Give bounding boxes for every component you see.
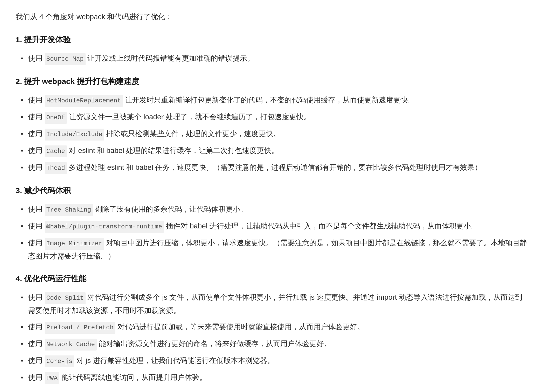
list-item: 使用 HotModuleReplacement 让开发时只重新编译打包更新变化了…: [21, 94, 527, 107]
bullet-text: 使用 Core-js 对 js 进行兼容性处理，让我们代码能运行在低版本本浏览器…: [28, 354, 527, 367]
list-item: 使用 Preload / Prefetch 对代码进行提前加载，等未来需要使用时…: [21, 320, 527, 334]
content-container: 1. 提升开发体验使用 Source Map 让开发或上线时代码报错能有更加准确…: [16, 33, 527, 384]
section-4: 4. 优化代码运行性能使用 Code Split 对代码进行分割成多个 js 文…: [16, 272, 527, 384]
bullet-text: 使用 Image Minimizer 对项目中图片进行压缩，体积更小，请求速度更…: [28, 236, 527, 262]
section-4-header: 4. 优化代码运行性能: [16, 272, 527, 286]
section-2-header: 2. 提升 webpack 提升打包构建速度: [16, 74, 527, 88]
inline-code: Preload / Prefetch: [45, 322, 115, 334]
bullet-text: 使用 Tree Shaking 剔除了没有使用的多余代码，让代码体积更小。: [28, 203, 527, 216]
bullet-text: 使用 @babel/plugin-transform-runtime 插件对 b…: [28, 220, 527, 233]
list-item: 使用 Include/Exclude 排除或只检测某些文件，处理的文件更少，速度…: [21, 127, 527, 141]
section-1: 1. 提升开发体验使用 Source Map 让开发或上线时代码报错能有更加准确…: [16, 33, 527, 65]
bullet-text: 使用 Preload / Prefetch 对代码进行提前加载，等未来需要使用时…: [28, 320, 527, 334]
list-item: 使用 Code Split 对代码进行分割成多个 js 文件，从而使单个文件体积…: [21, 291, 527, 317]
bullet-text: 使用 OneOf 让资源文件一旦被某个 loader 处理了，就不会继续遍历了，…: [28, 110, 527, 124]
bullet-text: 使用 Source Map 让开发或上线时代码报错能有更加准确的错误提示。: [28, 52, 527, 65]
list-item: 使用 OneOf 让资源文件一旦被某个 loader 处理了，就不会继续遍历了，…: [21, 110, 527, 124]
section-4-list: 使用 Code Split 对代码进行分割成多个 js 文件，从而使单个文件体积…: [21, 291, 527, 384]
bullet-text: 使用 Thead 多进程处理 eslint 和 babel 任务，速度更快。（需…: [28, 161, 527, 174]
inline-code: Network Cache: [45, 339, 97, 351]
inline-code: HotModuleReplacement: [45, 95, 123, 107]
section-3-header: 3. 减少代码体积: [16, 184, 527, 198]
list-item: 使用 Cache 对 eslint 和 babel 处理的结果进行缓存，让第二次…: [21, 144, 527, 157]
inline-code: Image Minimizer: [45, 238, 104, 250]
inline-code: Tree Shaking: [45, 204, 93, 216]
list-item: 使用 Network Cache 能对输出资源文件进行更好的命名，将来好做缓存，…: [21, 337, 527, 351]
list-item: 使用 @babel/plugin-transform-runtime 插件对 b…: [21, 220, 527, 233]
bullet-text: 使用 PWA 能让代码离线也能访问，从而提升用户体验。: [28, 371, 527, 384]
inline-code: Include/Exclude: [45, 129, 104, 141]
bullet-text: 使用 Network Cache 能对输出资源文件进行更好的命名，将来好做缓存，…: [28, 337, 527, 351]
list-item: 使用 PWA 能让代码离线也能访问，从而提升用户体验。: [21, 371, 527, 384]
inline-code: Thead: [45, 162, 67, 174]
list-item: 使用 Thead 多进程处理 eslint 和 babel 任务，速度更快。（需…: [21, 161, 527, 174]
inline-code: PWA: [45, 372, 59, 384]
section-2: 2. 提升 webpack 提升打包构建速度使用 HotModuleReplac…: [16, 74, 527, 174]
bullet-text: 使用 Code Split 对代码进行分割成多个 js 文件，从而使单个文件体积…: [28, 291, 527, 317]
list-item: 使用 Tree Shaking 剔除了没有使用的多余代码，让代码体积更小。: [21, 203, 527, 216]
section-3: 3. 减少代码体积使用 Tree Shaking 剔除了没有使用的多余代码，让代…: [16, 184, 527, 262]
inline-code: Core-js: [45, 355, 74, 367]
list-item: 使用 Image Minimizer 对项目中图片进行压缩，体积更小，请求速度更…: [21, 236, 527, 262]
section-1-header: 1. 提升开发体验: [16, 33, 527, 47]
section-1-list: 使用 Source Map 让开发或上线时代码报错能有更加准确的错误提示。: [21, 52, 527, 65]
inline-code: Cache: [45, 145, 67, 157]
bullet-text: 使用 HotModuleReplacement 让开发时只重新编译打包更新变化了…: [28, 94, 527, 107]
list-item: 使用 Core-js 对 js 进行兼容性处理，让我们代码能运行在低版本本浏览器…: [21, 354, 527, 367]
inline-code: @babel/plugin-transform-runtime: [45, 221, 164, 233]
list-item: 使用 Source Map 让开发或上线时代码报错能有更加准确的错误提示。: [21, 52, 527, 65]
inline-code: Source Map: [45, 53, 86, 65]
bullet-text: 使用 Include/Exclude 排除或只检测某些文件，处理的文件更少，速度…: [28, 127, 527, 141]
inline-code: OneOf: [45, 112, 67, 124]
section-3-list: 使用 Tree Shaking 剔除了没有使用的多余代码，让代码体积更小。使用 …: [21, 203, 527, 262]
section-2-list: 使用 HotModuleReplacement 让开发时只重新编译打包更新变化了…: [21, 94, 527, 174]
intro-text: 我们从 4 个角度对 webpack 和代码进行了优化：: [16, 10, 527, 23]
bullet-text: 使用 Cache 对 eslint 和 babel 处理的结果进行缓存，让第二次…: [28, 144, 527, 157]
inline-code: Code Split: [45, 292, 86, 304]
